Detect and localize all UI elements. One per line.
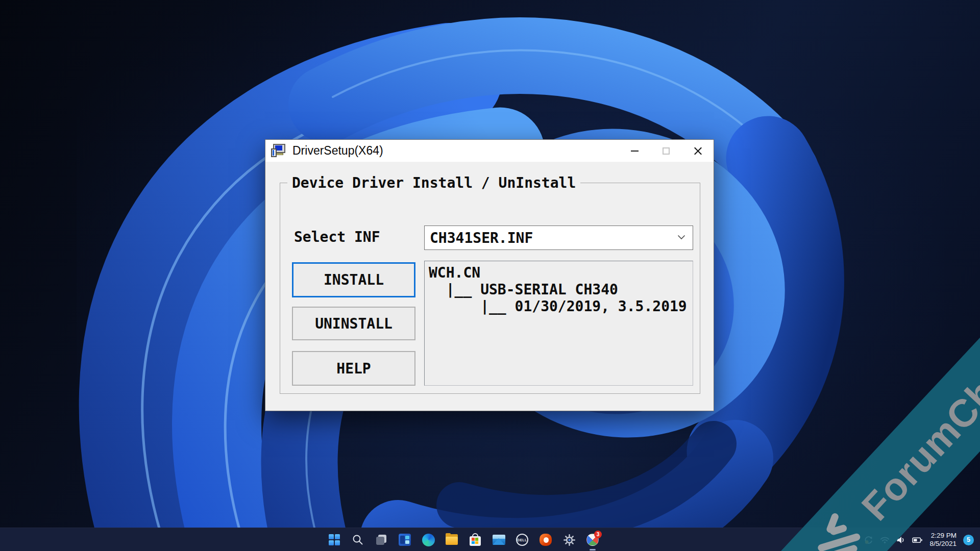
dell-button[interactable]: DELL bbox=[516, 533, 529, 546]
notification-app-button[interactable]: 3 bbox=[586, 533, 599, 546]
folder-icon bbox=[445, 534, 458, 545]
file-explorer-button[interactable] bbox=[445, 533, 458, 546]
store-button[interactable] bbox=[469, 533, 482, 546]
notification-count-badge: 5 bbox=[963, 535, 974, 545]
close-button[interactable] bbox=[682, 140, 714, 162]
wifi-tray-button[interactable] bbox=[880, 536, 890, 544]
running-indicator bbox=[590, 549, 596, 550]
hidden-icons-button[interactable] bbox=[850, 537, 857, 542]
edge-button[interactable] bbox=[422, 533, 435, 546]
maximize-icon bbox=[663, 147, 670, 155]
clock-date: 8/5/2021 bbox=[929, 540, 957, 548]
driver-info-text: WCH.CN |__ USB-SERIAL CH340 |__ 01/30/20… bbox=[425, 261, 693, 315]
battery-icon bbox=[912, 536, 923, 544]
taskbar-center-icons: DELL 3 bbox=[328, 528, 599, 551]
battery-tray-button[interactable] bbox=[912, 536, 923, 544]
dell-icon: DELL bbox=[516, 534, 528, 546]
mail-button[interactable] bbox=[492, 533, 505, 546]
minimize-icon bbox=[631, 151, 639, 152]
settings-button[interactable] bbox=[562, 533, 576, 546]
minimize-button[interactable] bbox=[619, 140, 650, 162]
gear-icon bbox=[563, 534, 576, 546]
select-inf-combobox[interactable]: CH341SER.INF bbox=[424, 226, 693, 250]
chevron-up-icon bbox=[850, 537, 857, 542]
sync-icon bbox=[864, 535, 873, 545]
clock-time: 2:29 PM bbox=[929, 532, 957, 540]
install-button[interactable]: INSTALL bbox=[292, 262, 415, 297]
search-icon bbox=[352, 534, 364, 546]
store-bag-icon bbox=[470, 536, 481, 546]
widgets-button[interactable] bbox=[398, 533, 411, 546]
volume-tray-button[interactable] bbox=[896, 536, 905, 544]
maximize-button[interactable] bbox=[650, 140, 682, 162]
dialog-title: DriverSetup(X64) bbox=[292, 144, 383, 158]
uninstall-button[interactable]: UNINSTALL bbox=[292, 307, 415, 340]
sync-tray-button[interactable] bbox=[864, 535, 873, 545]
edge-icon bbox=[422, 534, 435, 546]
office-icon bbox=[540, 534, 552, 546]
mail-icon bbox=[493, 535, 505, 545]
dialog-titlebar[interactable]: DriverSetup(X64) bbox=[265, 140, 714, 162]
installer-icon bbox=[271, 143, 286, 159]
windows-logo-icon bbox=[329, 534, 340, 545]
help-button[interactable]: HELP bbox=[292, 351, 415, 386]
driversetup-dialog: DriverSetup(X64) Device Driver Install /… bbox=[265, 139, 714, 411]
driver-info-panel: WCH.CN |__ USB-SERIAL CH340 |__ 01/30/20… bbox=[424, 261, 693, 386]
desktop: DriverSetup(X64) Device Driver Install /… bbox=[0, 0, 980, 551]
taskbar: DELL 3 bbox=[0, 528, 980, 551]
search-button[interactable] bbox=[351, 533, 364, 546]
office-button[interactable] bbox=[539, 533, 552, 546]
tray-clock[interactable]: 2:29 PM 8/5/2021 bbox=[929, 532, 957, 548]
select-inf-label: Select INF bbox=[294, 229, 380, 245]
wifi-icon bbox=[880, 536, 890, 544]
close-icon bbox=[694, 147, 702, 156]
notification-center-button[interactable]: 5 bbox=[963, 535, 974, 545]
combobox-value: CH341SER.INF bbox=[430, 230, 533, 246]
task-view-button[interactable] bbox=[375, 533, 388, 546]
system-tray: 2:29 PM 8/5/2021 5 bbox=[850, 528, 974, 551]
chevron-down-icon bbox=[677, 235, 685, 240]
app-badge: 3 bbox=[594, 531, 602, 538]
speaker-icon bbox=[896, 536, 905, 544]
start-button[interactable] bbox=[328, 533, 341, 546]
groupbox-title: Device Driver Install / UnInstall bbox=[287, 174, 580, 191]
task-view-icon bbox=[375, 534, 387, 546]
widgets-icon bbox=[399, 534, 411, 546]
